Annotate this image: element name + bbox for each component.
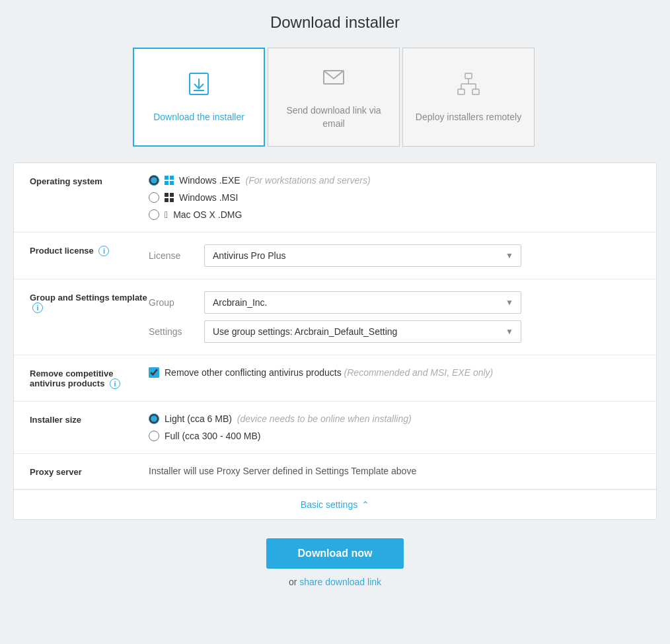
size-option-full: Full (cca 300 - 400 MB) xyxy=(149,431,640,441)
svg-rect-5 xyxy=(458,89,465,94)
chevron-up-icon: ⌃ xyxy=(361,499,369,510)
group-info-icon[interactable]: i xyxy=(32,303,43,313)
group-field-label: Group xyxy=(149,297,188,308)
os-option-exe: Windows .EXE (For workstations and serve… xyxy=(149,175,640,186)
installer-size-content: Light (cca 6 MB) (device needs to be onl… xyxy=(149,413,640,441)
settings-field-label: Settings xyxy=(149,326,188,337)
tab-download-installer-label: Download the installer xyxy=(153,111,244,124)
basic-settings-toggle[interactable]: Basic settings ⌃ xyxy=(14,489,656,519)
installer-size-row: Installer size Light (cca 6 MB) (device … xyxy=(14,402,656,454)
group-settings-label: Group and Settings template i xyxy=(30,291,149,313)
group-select[interactable]: Arcbrain_Inc. Default Group xyxy=(204,291,521,314)
size-radio-light[interactable] xyxy=(149,413,159,424)
windows-icon-msi xyxy=(165,193,174,202)
size-label-full[interactable]: Full (cca 300 - 400 MB) xyxy=(165,431,261,441)
settings-panel: Operating system Windows .EXE (For works… xyxy=(13,162,657,520)
os-radio-group: Windows .EXE (For workstations and serve… xyxy=(149,175,640,220)
proxy-server-content: Installer will use Proxy Server defined … xyxy=(149,466,640,476)
windows-icon-exe xyxy=(165,176,174,185)
license-select[interactable]: Antivirus Pro Plus Endpoint Security Int… xyxy=(204,244,521,267)
os-row: Operating system Windows .EXE (For works… xyxy=(14,163,656,233)
group-field-row: Group Arcbrain_Inc. Default Group ▼ xyxy=(149,291,640,314)
proxy-server-label: Proxy server xyxy=(30,466,149,477)
basic-settings-label: Basic settings xyxy=(301,499,357,510)
remove-competitive-checkbox[interactable] xyxy=(149,367,159,378)
group-settings-content: Group Arcbrain_Inc. Default Group ▼ Sett… xyxy=(149,291,640,343)
settings-field-row: Settings Use group settings: Arcbrain_De… xyxy=(149,320,640,343)
os-label-exe[interactable]: Windows .EXE (For workstations and serve… xyxy=(179,175,371,186)
os-radio-exe[interactable] xyxy=(149,175,159,186)
group-settings-row: Group and Settings template i Group Arcb… xyxy=(14,279,656,355)
license-content: License Antivirus Pro Plus Endpoint Secu… xyxy=(149,244,640,267)
os-radio-msi[interactable] xyxy=(149,192,159,203)
page-title: Download installer xyxy=(13,13,657,32)
tab-send-email[interactable]: Send download link via email xyxy=(268,48,400,147)
remove-competitive-checkbox-label[interactable]: Remove other conflicting antivirus produ… xyxy=(165,367,493,378)
remove-competitive-checkbox-row: Remove other conflicting antivirus produ… xyxy=(149,367,640,378)
svg-rect-4 xyxy=(465,73,472,79)
tab-download-installer[interactable]: Download the installer xyxy=(133,48,265,147)
os-option-dmg:  Mac OS X .DMG xyxy=(149,209,640,220)
apple-icon:  xyxy=(165,209,168,220)
size-option-light: Light (cca 6 MB) (device needs to be onl… xyxy=(149,413,640,424)
remove-competitive-content: Remove other conflicting antivirus produ… xyxy=(149,367,640,378)
license-row: Product license i License Antivirus Pro … xyxy=(14,233,656,279)
license-field-row: License Antivirus Pro Plus Endpoint Secu… xyxy=(149,244,640,267)
os-label-dmg[interactable]: Mac OS X .DMG xyxy=(173,209,242,220)
remove-competitive-label: Remove competitive antivirus products i xyxy=(30,367,149,389)
group-select-wrapper: Arcbrain_Inc. Default Group ▼ xyxy=(204,291,521,314)
installer-size-radio-group: Light (cca 6 MB) (device needs to be onl… xyxy=(149,413,640,441)
license-info-icon[interactable]: i xyxy=(98,246,109,256)
license-label: Product license i xyxy=(30,244,149,256)
share-link-row: or share download link xyxy=(289,577,381,587)
bottom-actions: Download now or share download link xyxy=(13,538,657,587)
size-label-light[interactable]: Light (cca 6 MB) (device needs to be onl… xyxy=(165,413,412,424)
license-select-wrapper: Antivirus Pro Plus Endpoint Security Int… xyxy=(204,244,521,267)
installer-size-label: Installer size xyxy=(30,413,149,425)
tab-send-email-label: Send download link via email xyxy=(279,104,389,130)
license-field-label: License xyxy=(149,250,188,261)
tab-deploy-remote[interactable]: Deploy installers remotely xyxy=(402,48,535,147)
settings-select[interactable]: Use group settings: Arcbrain_Default_Set… xyxy=(204,320,521,343)
email-icon xyxy=(320,64,347,96)
os-radio-dmg[interactable] xyxy=(149,209,159,220)
proxy-server-row: Proxy server Installer will use Proxy Se… xyxy=(14,454,656,489)
remove-competitive-row: Remove competitive antivirus products i … xyxy=(14,355,656,402)
tab-cards: Download the installer Send download lin… xyxy=(13,48,657,147)
os-option-msi: Windows .MSI xyxy=(149,192,640,203)
settings-select-wrapper: Use group settings: Arcbrain_Default_Set… xyxy=(204,320,521,343)
proxy-server-text: Installer will use Proxy Server defined … xyxy=(149,466,416,476)
svg-rect-6 xyxy=(472,89,479,94)
deploy-icon xyxy=(455,71,482,103)
download-icon xyxy=(186,71,212,103)
os-label: Operating system xyxy=(30,175,149,186)
group-settings-grid: Group Arcbrain_Inc. Default Group ▼ Sett… xyxy=(149,291,640,343)
download-now-button[interactable]: Download now xyxy=(266,538,404,569)
os-label-msi[interactable]: Windows .MSI xyxy=(179,192,238,203)
share-download-link[interactable]: share download link xyxy=(299,577,381,587)
tab-deploy-remote-label: Deploy installers remotely xyxy=(416,111,521,124)
remove-competitive-info-icon[interactable]: i xyxy=(110,378,120,389)
size-radio-full[interactable] xyxy=(149,431,159,441)
os-content: Windows .EXE (For workstations and serve… xyxy=(149,175,640,220)
